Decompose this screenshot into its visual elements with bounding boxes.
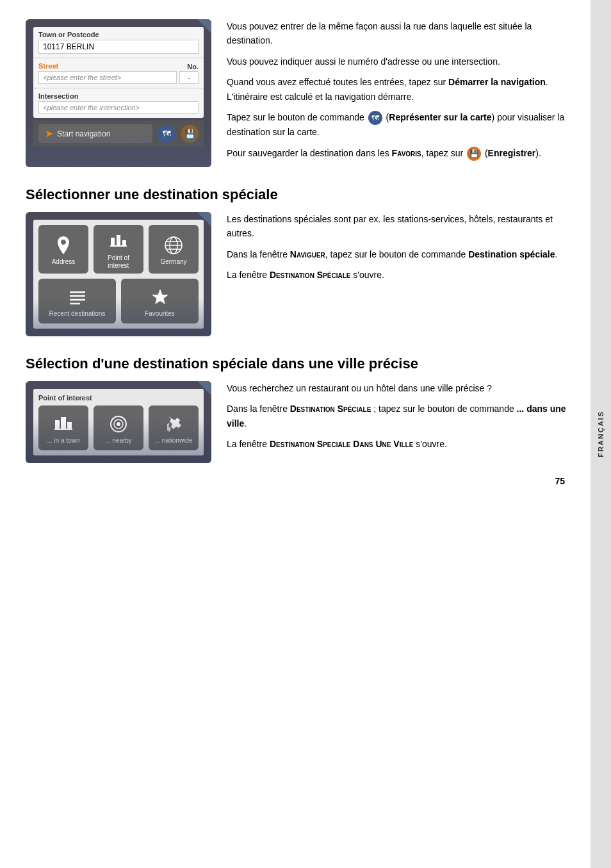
poi2-nationwide-label: ... nationwide	[155, 437, 193, 445]
poi-icon	[108, 231, 129, 252]
page: Town or Postcode 10117 BERLIN Street No.…	[0, 0, 611, 868]
svg-rect-16	[67, 422, 72, 429]
town-field-group: Town or Postcode 10117 BERLIN	[33, 27, 204, 58]
favourites-icon	[150, 287, 170, 307]
poi-bottom-grid: Recent destinations Favourites	[38, 279, 199, 323]
bot-para-1: Vous recherchez un restaurant ou un hôte…	[227, 381, 571, 395]
svg-rect-15	[61, 417, 66, 429]
poi2-intown-button[interactable]: ... in a town	[38, 405, 88, 450]
top-para-1: Vous pouvez entrer de la même façon auss…	[227, 19, 571, 48]
poi-address-label: Address	[52, 258, 76, 266]
poi-recent-label: Recent destinations	[49, 310, 106, 318]
poi-screen-inner: Address Point ofinterest	[33, 220, 204, 329]
poi2-corner-decoration	[197, 381, 211, 395]
intersection-placeholder: <please enter the intersection>	[38, 101, 199, 114]
mid-para-2: Dans la fenêtre Naviguer, tapez sur le b…	[227, 247, 571, 261]
page-number: 75	[26, 476, 571, 486]
top-section: Town or Postcode 10117 BERLIN Street No.…	[26, 19, 571, 167]
intersection-label: Intersection	[38, 92, 199, 100]
representer-bold: Représenter sur la carte	[389, 112, 491, 122]
top-description-text: Vous pouvez entrer de la même façon auss…	[227, 19, 571, 167]
poi2-nationwide-button[interactable]: ... nationwide	[149, 405, 199, 450]
poi2-label: Point of interest	[38, 394, 199, 402]
poi-address-button[interactable]: Address	[38, 225, 88, 274]
street-input-row: <please enter the street> -	[38, 71, 199, 84]
poi-selection-screen: Address Point ofinterest	[26, 212, 211, 336]
map-btn-icon-inline: 🗺	[368, 111, 382, 125]
poi-germany-button[interactable]: Germany	[149, 225, 199, 274]
intown-icon	[53, 414, 74, 434]
top-para-2: Vous pouvez indiquer aussi le numéro d'a…	[227, 54, 571, 69]
svg-point-20	[114, 420, 123, 429]
svg-rect-1	[117, 235, 120, 245]
nationwide-icon	[163, 414, 184, 434]
dans-une-ville-bold: ... dans une ville	[227, 404, 566, 428]
dest-speciale-dans-ville-text: Destination Speciale Dans Une Ville	[270, 439, 413, 449]
top-para-5: Pour sauvegarder la destination dans les…	[227, 146, 571, 161]
bot-para-3: La fenêtre Destination Speciale Dans Une…	[227, 437, 571, 451]
street-row: Street No.	[38, 62, 199, 71]
navigation-screen: Town or Postcode 10117 BERLIN Street No.…	[26, 19, 211, 167]
bottom-section: Point of interest ... in a town	[26, 381, 571, 463]
middle-section-title: Sélectionner une destination spéciale	[26, 186, 571, 203]
street-no-label: No.	[187, 63, 199, 70]
poi-corner-decoration	[197, 212, 211, 226]
map-icon-button[interactable]: 🗺	[158, 125, 175, 143]
poi-favourites-label: Favourites	[145, 310, 175, 318]
street-placeholder: <please enter the street>	[38, 71, 177, 84]
svg-point-18	[111, 416, 126, 432]
corner-decoration	[197, 19, 211, 33]
top-para-3: Quand vous avez effectué toutes les entr…	[227, 75, 571, 104]
nav-arrow-icon: ➤	[45, 127, 53, 140]
poi-poi-label: Point ofinterest	[108, 254, 129, 270]
address-icon	[53, 235, 74, 256]
save-icon-inline: 💾	[467, 147, 481, 161]
poi2-selection-screen: Point of interest ... in a town	[26, 381, 211, 463]
street-label: Street	[38, 62, 184, 70]
svg-rect-0	[111, 238, 115, 245]
poi-top-grid: Address Point ofinterest	[38, 225, 199, 274]
middle-description-text: Les destinations spéciales sont par ex. …	[227, 212, 571, 336]
town-value: 10117 BERLIN	[38, 40, 199, 54]
poi-germany-label: Germany	[160, 258, 186, 266]
poi2-grid: ... in a town ... nearby	[38, 405, 199, 450]
intersection-field-group: Intersection <please enter the intersect…	[33, 88, 204, 118]
bot-para-2: Dans la fenêtre Destination Spéciale ; t…	[227, 402, 571, 430]
nav-screen-inner: Town or Postcode 10117 BERLIN Street No.…	[33, 27, 204, 118]
naviguer-text: Naviguer	[290, 249, 325, 259]
street-field-group: Street No. <please enter the street> -	[33, 58, 204, 88]
germany-icon	[163, 235, 184, 256]
middle-section: Address Point ofinterest	[26, 212, 571, 336]
top-para-4: Tapez sur le bouton de commande 🗺 (Repré…	[227, 110, 571, 140]
svg-rect-2	[122, 240, 126, 245]
street-no-placeholder: -	[179, 71, 199, 84]
svg-marker-13	[152, 289, 168, 304]
dest-speciale-bold: Destination spéciale	[468, 249, 555, 259]
demarrer-bold: Démarrer la navigation	[448, 77, 546, 87]
poi2-nearby-label: ... nearby	[105, 437, 132, 445]
svg-rect-14	[55, 420, 60, 429]
mid-para-1: Les destinations spéciales sont par ex. …	[227, 212, 571, 241]
poi2-nearby-button[interactable]: ... nearby	[94, 405, 143, 450]
favoris-text: Favoris	[392, 148, 421, 158]
language-label: FRANÇAIS	[597, 411, 605, 457]
nearby-icon	[108, 414, 129, 434]
start-navigation-button[interactable]: ➤ Start navigation	[38, 124, 152, 143]
language-sidebar: FRANÇAIS	[591, 0, 611, 868]
poi-recent-button[interactable]: Recent destinations	[38, 279, 116, 323]
nav-bottom-bar: ➤ Start navigation 🗺 💾	[33, 120, 204, 147]
start-nav-label: Start navigation	[57, 129, 110, 138]
dest-speciale-window-text: Destination Spéciale	[270, 270, 351, 280]
town-label: Town or Postcode	[38, 31, 199, 38]
save-icon-button[interactable]: 💾	[181, 125, 199, 143]
poi2-intown-label: ... in a town	[47, 437, 79, 445]
bottom-section-title: Sélection d'une destination spéciale dan…	[26, 356, 571, 372]
poi2-screen-inner: Point of interest ... in a town	[33, 389, 204, 455]
bottom-description-text: Vous recherchez un restaurant ou un hôte…	[227, 381, 571, 463]
recent-icon	[67, 287, 88, 307]
poi-poi-button[interactable]: Point ofinterest	[94, 225, 143, 274]
poi-favourites-button[interactable]: Favourites	[121, 279, 199, 323]
main-content: Town or Postcode 10117 BERLIN Street No.…	[0, 0, 591, 868]
svg-point-19	[117, 422, 120, 426]
svg-rect-17	[54, 429, 72, 430]
